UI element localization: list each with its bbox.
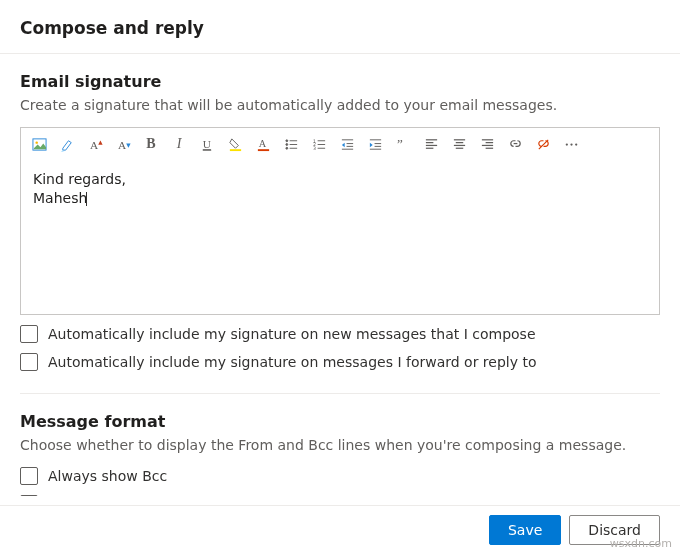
checkbox-label-new[interactable]: Automatically include my signature on ne… — [48, 326, 536, 342]
section-desc-signature: Create a signature that will be automati… — [20, 97, 660, 113]
svg-text:▲: ▲ — [98, 138, 103, 144]
svg-text:A: A — [258, 138, 266, 149]
checkbox-signature-reply[interactable] — [20, 353, 38, 371]
more-icon[interactable] — [563, 136, 579, 152]
align-center-icon[interactable] — [451, 136, 467, 152]
section-divider — [20, 393, 660, 394]
svg-point-17 — [285, 147, 287, 149]
link-icon[interactable] — [507, 136, 523, 152]
checkbox-label-reply[interactable]: Automatically include my signature on me… — [48, 354, 537, 370]
dialog-title: Compose and reply — [20, 18, 204, 38]
svg-rect-10 — [229, 149, 240, 151]
checkbox-label-bcc[interactable]: Always show Bcc — [48, 468, 167, 484]
svg-point-48 — [565, 143, 567, 145]
svg-point-3 — [35, 141, 37, 143]
editor-toolbar: A▲ A▼ B I U A 123 ” — [21, 128, 659, 160]
highlight-color-icon[interactable] — [227, 136, 243, 152]
checkbox-row-from: Always show From — [20, 495, 660, 496]
align-right-icon[interactable] — [479, 136, 495, 152]
outdent-icon[interactable] — [339, 136, 355, 152]
insert-image-icon[interactable] — [31, 136, 47, 152]
font-color-icon[interactable]: A — [255, 136, 271, 152]
underline-icon[interactable]: U — [199, 136, 215, 152]
svg-rect-12 — [257, 149, 268, 151]
signature-line1: Kind regards, — [33, 170, 647, 189]
signature-line2: Mahesh — [33, 189, 647, 208]
svg-text:”: ” — [396, 137, 402, 151]
svg-point-13 — [285, 139, 287, 141]
checkbox-from[interactable] — [20, 495, 38, 496]
bullet-list-icon[interactable] — [283, 136, 299, 152]
unlink-icon[interactable] — [535, 136, 551, 152]
dialog-header: Compose and reply — [0, 0, 680, 54]
section-title-signature: Email signature — [20, 72, 660, 91]
svg-text:▼: ▼ — [126, 142, 131, 148]
svg-point-49 — [570, 143, 572, 145]
number-list-icon[interactable]: 123 — [311, 136, 327, 152]
checkbox-row-reply: Automatically include my signature on me… — [20, 353, 660, 371]
highlighter-icon[interactable] — [59, 136, 75, 152]
close-icon[interactable] — [648, 14, 660, 41]
save-button[interactable]: Save — [489, 515, 561, 545]
bold-icon[interactable]: B — [143, 136, 159, 152]
signature-editor: A▲ A▼ B I U A 123 ” Kind regards, Mahesh — [20, 127, 660, 315]
discard-button[interactable]: Discard — [569, 515, 660, 545]
signature-textarea[interactable]: Kind regards, Mahesh — [21, 160, 659, 314]
font-size-dec-icon[interactable]: A▼ — [115, 136, 131, 152]
section-desc-format: Choose whether to display the From and B… — [20, 437, 660, 453]
section-title-format: Message format — [20, 412, 660, 431]
dialog-footer: Save Discard — [0, 505, 680, 554]
checkbox-row-bcc: Always show Bcc — [20, 467, 660, 485]
quote-icon[interactable]: ” — [395, 136, 411, 152]
svg-text:U: U — [202, 138, 210, 150]
checkbox-row-new: Automatically include my signature on ne… — [20, 325, 660, 343]
checkbox-signature-new[interactable] — [20, 325, 38, 343]
align-left-icon[interactable] — [423, 136, 439, 152]
svg-text:3: 3 — [312, 146, 315, 151]
svg-point-15 — [285, 143, 287, 145]
italic-icon[interactable]: I — [171, 136, 187, 152]
svg-point-50 — [575, 143, 577, 145]
indent-icon[interactable] — [367, 136, 383, 152]
dialog-content: Email signature Create a signature that … — [0, 54, 680, 496]
checkbox-bcc[interactable] — [20, 467, 38, 485]
font-size-inc-icon[interactable]: A▲ — [87, 136, 103, 152]
